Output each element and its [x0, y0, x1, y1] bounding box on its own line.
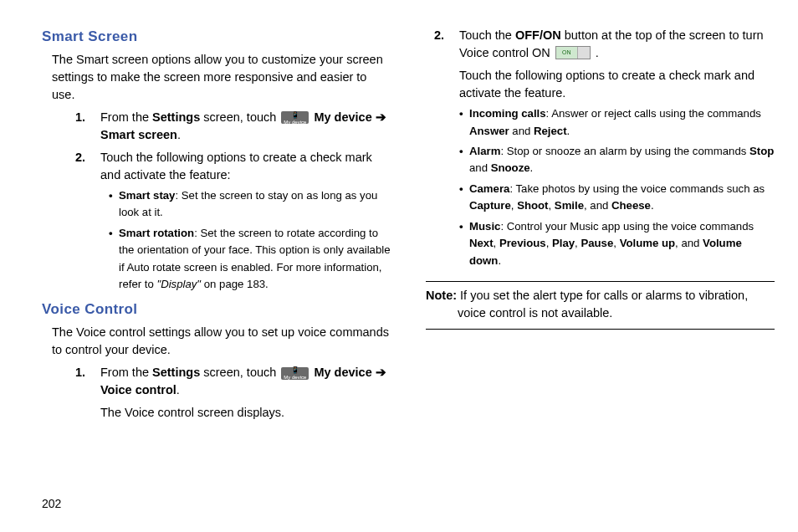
note-rule-top: [426, 281, 775, 282]
t: ,: [546, 237, 552, 249]
t: Next: [469, 237, 494, 249]
t: on page 183.: [201, 278, 269, 290]
t: Cheese: [611, 199, 651, 212]
on-label: ON: [556, 47, 577, 59]
arrow-icon: ➔: [376, 110, 386, 124]
ss-feature-smart-rotation: Smart rotation: Set the screen to rotate…: [109, 225, 391, 294]
t: .: [176, 383, 180, 396]
t: .: [177, 128, 181, 141]
t: Music: [469, 220, 500, 233]
off-on-word: OFF/ON: [515, 28, 561, 42]
t: : Answer or reject calls using the comma…: [546, 107, 761, 120]
t: : Control your Music app using the voice…: [500, 220, 754, 233]
t: From the: [100, 366, 152, 379]
phone-icon: 📱: [291, 367, 299, 374]
page-number: 202: [42, 497, 61, 510]
manual-page: Smart Screen The Smart screen options al…: [0, 0, 798, 532]
vc-feature-incoming-calls: Incoming calls: Answer or reject calls u…: [459, 105, 775, 140]
left-column: Smart Screen The Smart screen options al…: [42, 27, 391, 532]
toggle-handle-icon: [577, 47, 590, 59]
t: ,: [549, 199, 555, 212]
smart-screen-intro: The Smart screen options allow you to cu…: [52, 51, 391, 104]
icon-label: My device: [284, 375, 306, 380]
t: Previous: [499, 237, 546, 249]
t: .: [596, 46, 599, 59]
t: Volume up: [620, 237, 675, 249]
step-number: 2.: [434, 27, 444, 44]
t: .: [530, 161, 534, 174]
display-ref: "Display": [156, 278, 201, 290]
step-text: Touch the following options to create a …: [100, 151, 372, 182]
vc-step-2: 2. Touch the OFF/ON button at the top of…: [434, 27, 775, 269]
phone-icon: 📱: [291, 112, 299, 119]
step-text: From the Settings screen, touch 📱My devi…: [100, 366, 386, 396]
note-label: Note:: [426, 289, 457, 302]
vc-step-1: 1. From the Settings screen, touch 📱My d…: [75, 364, 391, 422]
step-number: 1.: [75, 109, 85, 126]
settings-word: Settings: [152, 366, 200, 379]
my-device-word: My device: [314, 366, 375, 379]
t: Answer: [469, 125, 509, 137]
voice-control-intro: The Voice control settings allow you to …: [52, 324, 391, 359]
t: Play: [552, 237, 575, 249]
right-column: 2. Touch the OFF/ON button at the top of…: [426, 27, 775, 532]
smart-screen-word: Smart screen: [100, 128, 177, 141]
smart-screen-steps: 1. From the Settings screen, touch 📱My d…: [75, 109, 391, 294]
t: Incoming calls: [469, 107, 546, 120]
vc-feature-music: Music: Control your Music app using the …: [459, 218, 775, 269]
icon-label: My device: [284, 120, 306, 125]
voice-control-steps-cont: 2. Touch the OFF/ON button at the top of…: [434, 27, 775, 269]
vc-step-2-after: Touch the following options to create a …: [459, 67, 775, 102]
step-number: 2.: [75, 149, 85, 166]
t: ,: [613, 237, 619, 249]
t: , and: [584, 199, 611, 212]
t: From the: [100, 110, 152, 124]
t: and: [509, 125, 534, 137]
my-device-icon: 📱My device: [281, 111, 309, 124]
voice-control-word: Voice control: [100, 383, 176, 396]
vc-feature-alarm: Alarm: Stop or snooze an alarm by using …: [459, 143, 775, 177]
smart-screen-heading: Smart Screen: [42, 27, 391, 48]
t: , and: [675, 237, 703, 249]
note-rule-bottom: [426, 329, 775, 330]
step-text: From the Settings screen, touch 📱My devi…: [100, 110, 386, 141]
t: Touch the: [459, 28, 515, 42]
my-device-word: My device: [314, 110, 375, 124]
vc-feature-list: Incoming calls: Answer or reject calls u…: [459, 105, 775, 269]
note-text: Note: If you set the alert type for call…: [426, 287, 775, 322]
t: and: [469, 161, 491, 174]
t: Snooze: [491, 161, 530, 174]
t: screen, touch: [200, 366, 279, 379]
step-number: 1.: [75, 364, 85, 381]
t: Shoot: [517, 199, 548, 212]
ss-feature-list: Smart stay: Set the screen to stay on as…: [109, 187, 391, 294]
t: : Stop or snooze an alarm by using the c…: [500, 145, 749, 157]
t: .: [567, 125, 570, 137]
t: Camera: [469, 182, 509, 195]
vc-step-1-after: The Voice control screen displays.: [100, 404, 391, 422]
t: .: [498, 254, 501, 267]
t: ,: [494, 237, 499, 249]
t: .: [651, 199, 654, 212]
t: screen, touch: [200, 110, 279, 124]
t: Reject: [534, 125, 567, 137]
t: Smart stay: [119, 189, 175, 202]
note-content: If you set the alert type for calls or a…: [457, 289, 748, 320]
step-text: Touch the OFF/ON button at the top of th…: [459, 28, 764, 59]
t: Smart rotation: [119, 227, 194, 239]
ss-feature-smart-stay: Smart stay: Set the screen to stay on as…: [109, 187, 391, 222]
voice-control-heading: Voice Control: [42, 299, 391, 320]
ss-step-1: 1. From the Settings screen, touch 📱My d…: [75, 109, 391, 144]
ss-step-2: 2. Touch the following options to create…: [75, 149, 391, 294]
t: Smile: [555, 199, 584, 212]
t: : Take photos by using the voice command…: [509, 182, 765, 195]
t: Capture: [469, 199, 511, 212]
voice-control-steps: 1. From the Settings screen, touch 📱My d…: [75, 364, 391, 422]
t: Alarm: [469, 145, 500, 157]
t: Stop: [749, 145, 774, 157]
note-block: Note: If you set the alert type for call…: [426, 281, 775, 330]
on-toggle-icon: ON: [555, 46, 591, 59]
vc-feature-camera: Camera: Take photos by using the voice c…: [459, 181, 775, 215]
t: Pause: [581, 237, 613, 249]
settings-word: Settings: [152, 110, 200, 124]
